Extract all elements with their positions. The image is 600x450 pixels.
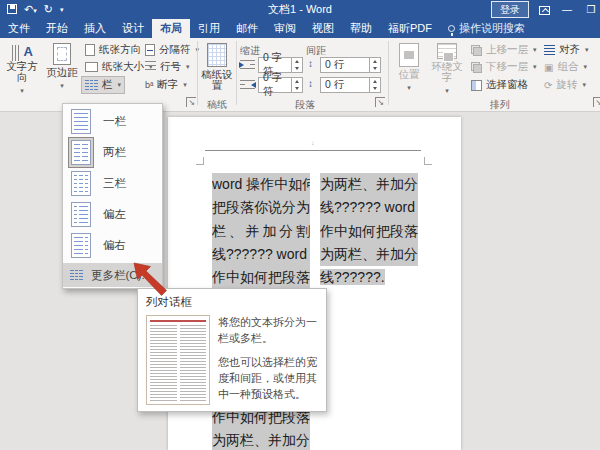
text-direction-icon: A <box>11 43 33 59</box>
margins-icon <box>53 43 71 65</box>
indent-right-field[interactable]: 0 字符 <box>258 77 292 93</box>
minimize-button[interactable]: — <box>560 4 574 15</box>
search-label: 操作说明搜索 <box>459 21 525 36</box>
horizontal-divider-line <box>205 150 421 151</box>
selected-text-line[interactable]: word 操作中如何 <box>212 173 310 196</box>
maximize-button[interactable]: ❐ <box>584 4 598 15</box>
grid-group-label: 稿纸 <box>200 98 234 112</box>
arrange-group-label: 排列 <box>470 98 530 112</box>
page-setup-dialog-launcher[interactable]: ↘ <box>186 97 196 107</box>
menu-item-two-columns[interactable]: 两栏 <box>63 137 162 168</box>
titlebar: ↶▾ ↻ ▾ 文档1 - Word 登录 — ❐ <box>0 0 600 19</box>
ribbon-display-options-icon[interactable] <box>539 1 550 19</box>
tell-me-search[interactable]: 操作说明搜索 <box>440 19 525 38</box>
tooltip-text-1: 将您的文本拆分为一栏或多栏。 <box>218 315 318 347</box>
tab-file[interactable]: 文件 <box>0 19 38 38</box>
indent-left-stepper[interactable] <box>292 57 303 73</box>
selected-text-line[interactable]: 线?????? word 操 <box>320 196 418 219</box>
more-columns-tooltip: 列对话框 将您的文本拆分为一栏或多栏。 您也可以选择栏的宽度和间距，或使用其中一… <box>137 288 327 412</box>
spacing-before-icon: ↕ <box>308 58 312 69</box>
columns-icon <box>85 80 98 91</box>
selected-text-line[interactable]: 栏、并加分割 <box>212 220 310 243</box>
indent-right-icon <box>240 80 255 90</box>
one-column-icon <box>71 109 91 134</box>
bring-forward-button: 上移一层▾ <box>468 42 540 58</box>
menu-item-one-column[interactable]: 一栏 <box>63 106 162 137</box>
menu-item-right-offset[interactable]: 偏右 <box>63 230 162 261</box>
wrap-text-button: 环绕文字▾ <box>428 40 466 96</box>
selected-text-line[interactable]: 线?????? word 操 <box>212 243 310 266</box>
columns-button[interactable]: 栏▾ <box>82 77 124 93</box>
more-columns-icon <box>70 270 83 281</box>
tab-layout[interactable]: 布局 <box>152 19 190 38</box>
arrange-dialog-launcher[interactable]: ↘ <box>593 97 600 107</box>
document-column-left[interactable]: word 操作中如何 把段落你说分为两 栏、并加分割 线?????? word … <box>212 173 310 289</box>
orientation-icon <box>85 44 95 56</box>
selected-text-line[interactable]: 为两栏、并加分割 <box>320 243 418 266</box>
wrap-text-icon <box>437 43 457 59</box>
selected-text-line[interactable]: 作中如何把段落分 <box>320 220 418 243</box>
selection-pane-button[interactable]: 选择窗格 <box>468 77 531 93</box>
tab-home[interactable]: 开始 <box>38 19 76 38</box>
selected-text-line[interactable]: 作中如何把段落分 <box>212 266 310 289</box>
line-numbers-icon <box>145 61 156 73</box>
two-columns-icon <box>71 140 91 165</box>
breaks-icon <box>145 44 155 56</box>
breaks-button[interactable]: 分隔符▾ <box>142 42 202 58</box>
spacing-before-field[interactable]: 0 行 <box>320 57 370 73</box>
selected-text-line[interactable]: 线??????. <box>320 266 418 289</box>
menu-item-left-offset[interactable]: 偏左 <box>63 199 162 230</box>
red-arrow-pointer-icon <box>130 259 172 301</box>
margins-button[interactable]: 页边距▾ <box>42 40 82 96</box>
login-button[interactable]: 登录 <box>491 1 529 18</box>
tooltip-text-2: 您也可以选择栏的宽度和间距，或使用其中一种预设格式。 <box>218 355 318 403</box>
align-button[interactable]: 对齐▾ <box>541 42 592 58</box>
redo-icon[interactable]: ↻ <box>44 3 53 16</box>
spacing-after-field[interactable]: 0 行 <box>320 77 370 93</box>
customize-qat-icon[interactable]: ▾ <box>60 6 64 14</box>
tab-design[interactable]: 设计 <box>114 19 152 38</box>
left-offset-columns-icon <box>71 202 91 227</box>
tab-review[interactable]: 审阅 <box>266 19 304 38</box>
menu-item-three-columns[interactable]: 三栏 <box>63 168 162 199</box>
send-backward-icon <box>471 62 482 73</box>
tab-help[interactable]: 帮助 <box>342 19 380 38</box>
paragraph-dialog-launcher[interactable]: ↘ <box>375 97 385 107</box>
tab-view[interactable]: 视图 <box>304 19 342 38</box>
grid-paper-icon <box>207 43 227 67</box>
tab-mailings[interactable]: 邮件 <box>228 19 266 38</box>
selected-text-line[interactable]: 把段落你说分为两 <box>212 196 310 219</box>
pilcrow-mark: ↓ <box>311 139 314 146</box>
text-direction-button[interactable]: A 文字方向▾ <box>2 40 42 96</box>
selected-text-line[interactable]: 为两栏、并加分割 <box>320 173 418 196</box>
paper-size-icon <box>85 62 98 72</box>
three-columns-icon <box>71 171 91 196</box>
spacing-after-icon: ↕ <box>308 78 312 89</box>
spacing-before-stepper[interactable] <box>370 57 381 73</box>
hyphenation-button[interactable]: bᵃ 断字▾ <box>142 77 190 93</box>
text-boundary-mark-left <box>196 157 204 165</box>
tab-foxit-pdf[interactable]: 福昕PDF <box>380 19 440 38</box>
line-numbers-button[interactable]: 行号▾ <box>142 59 193 75</box>
spacing-after-stepper[interactable] <box>370 77 381 93</box>
tab-references[interactable]: 引用 <box>190 19 228 38</box>
position-button: 位置▾ <box>392 40 426 96</box>
indent-label: 缩进 <box>240 44 260 58</box>
ribbon-tabbar: 文件 开始 插入 设计 布局 引用 邮件 审阅 视图 帮助 福昕PDF 操作说明… <box>0 19 600 38</box>
group-icon: ▣ <box>544 62 553 73</box>
word-window: ↶▾ ↻ ▾ 文档1 - Word 登录 — ❐ 文件 开始 插入 设计 布局 … <box>0 0 600 450</box>
selected-text-line[interactable]: 为两栏、并加分割 <box>212 429 310 450</box>
group-button: ▣ 组合▾ <box>541 59 590 75</box>
bring-forward-icon <box>471 45 482 56</box>
document-continued-text[interactable]: 作中如何把段落分 为两栏、并加分割 <box>212 406 310 450</box>
indent-right-stepper[interactable] <box>292 77 303 93</box>
grid-paper-setup-button[interactable]: 稿纸设置 <box>200 40 234 96</box>
right-offset-columns-icon <box>71 233 91 258</box>
save-icon[interactable] <box>7 4 17 16</box>
align-icon <box>544 45 555 56</box>
columns-dialog-preview-image <box>146 315 210 405</box>
tab-insert[interactable]: 插入 <box>76 19 114 38</box>
document-column-right[interactable]: 为两栏、并加分割 线?????? word 操 作中如何把段落分 为两栏、并加分… <box>320 173 418 289</box>
undo-icon[interactable]: ↶▾ <box>24 3 37 16</box>
position-icon <box>399 43 419 67</box>
